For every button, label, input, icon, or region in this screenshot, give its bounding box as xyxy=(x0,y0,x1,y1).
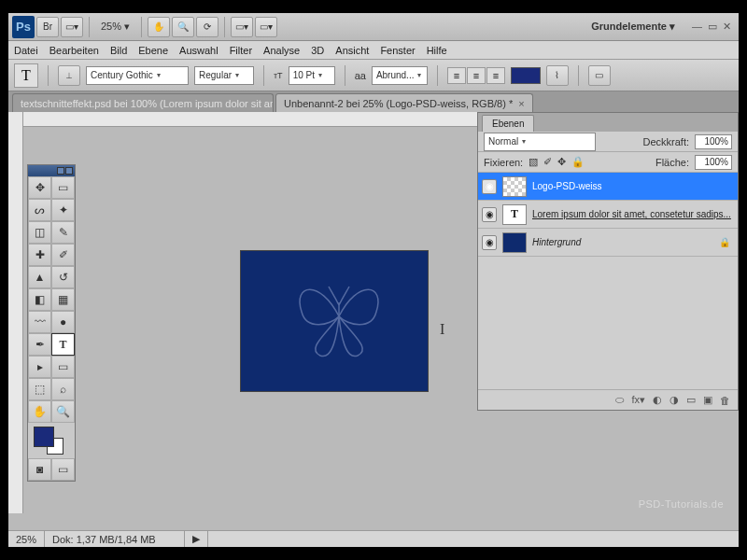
document-tab-inactive[interactable]: textschnitteffekt.psd bei 100% (Lorem ip… xyxy=(12,93,274,112)
new-layer-icon[interactable]: ▣ xyxy=(703,394,712,406)
scrollbar-horizontal[interactable] xyxy=(208,531,739,547)
menu-filter[interactable]: Filter xyxy=(230,45,252,56)
visibility-toggle[interactable]: ◉ xyxy=(482,235,497,250)
zoom-dropdown[interactable]: 25% ▾ xyxy=(95,21,135,33)
menu-edit[interactable]: Bearbeiten xyxy=(49,45,99,56)
zoom-tool[interactable]: 🔍 xyxy=(51,400,75,423)
document-tab-active[interactable]: Unbenannt-2 bei 25% (Logo-PSD-weiss, RGB… xyxy=(275,93,533,112)
pen-tool[interactable]: ✒ xyxy=(28,333,51,356)
align-left-button[interactable]: ≡ xyxy=(447,67,466,84)
screenmode-button[interactable]: ▭▾ xyxy=(255,17,277,37)
document-tab-label: Unbenannt-2 bei 25% (Logo-PSD-weiss, RGB… xyxy=(284,98,513,109)
screenmode-toggle[interactable]: ▭ xyxy=(51,458,75,481)
quick-select-tool[interactable]: ✦ xyxy=(51,199,75,221)
close-tab-icon[interactable]: × xyxy=(518,98,524,109)
layers-tab[interactable]: Ebenen xyxy=(482,115,534,132)
maximize-button[interactable]: ▭ xyxy=(708,21,717,33)
visibility-toggle[interactable]: ◉ xyxy=(482,207,497,222)
menu-3d[interactable]: 3D xyxy=(311,45,324,56)
menu-window[interactable]: Fenster xyxy=(380,45,415,56)
lock-label: Fixieren: xyxy=(484,157,523,168)
foreground-color[interactable] xyxy=(34,427,54,447)
color-swatches[interactable] xyxy=(28,423,75,458)
3d-tool[interactable]: ⬚ xyxy=(28,378,51,400)
group-icon[interactable]: ▭ xyxy=(686,394,696,406)
lock-pixels-icon[interactable]: ✐ xyxy=(543,156,552,168)
blur-tool[interactable]: 〰 xyxy=(28,311,51,333)
move-tool[interactable]: ✥ xyxy=(28,176,51,199)
menu-image[interactable]: Bild xyxy=(110,45,127,56)
warp-text-button[interactable]: ⌇ xyxy=(546,65,569,86)
hand-tool[interactable]: ✋ xyxy=(28,400,51,423)
brush-tool[interactable]: ✐ xyxy=(51,244,75,266)
fill-input[interactable]: 100% xyxy=(695,155,732,170)
menu-view[interactable]: Ansicht xyxy=(335,45,369,56)
status-zoom[interactable]: 25% xyxy=(8,531,45,547)
close-button[interactable]: ✕ xyxy=(723,21,731,33)
font-weight-dropdown[interactable]: Regular xyxy=(194,66,254,85)
lock-all-icon[interactable]: 🔒 xyxy=(571,156,585,168)
adjustment-layer-icon[interactable]: ◑ xyxy=(669,394,679,406)
text-orientation-button[interactable]: ⟂ xyxy=(58,65,80,86)
menu-help[interactable]: Hilfe xyxy=(427,45,447,56)
character-panel-button[interactable]: ▭ xyxy=(588,65,611,86)
menu-select[interactable]: Auswahl xyxy=(179,45,218,56)
status-doc-info[interactable]: Dok: 1,37 MB/1,84 MB xyxy=(45,531,185,547)
layer-row[interactable]: ◉ T Lorem ipsum dolor sit amet, consetet… xyxy=(478,201,738,229)
lock-transparency-icon[interactable]: ▧ xyxy=(529,156,538,168)
menu-file[interactable]: Datei xyxy=(14,45,38,56)
type-tool[interactable]: T xyxy=(51,333,75,356)
crop-tool[interactable]: ◫ xyxy=(28,221,51,244)
minimize-button[interactable]: — xyxy=(692,21,702,33)
align-center-button[interactable]: ≡ xyxy=(467,67,486,84)
layer-name[interactable]: Lorem ipsum dolor sit amet, consetetur s… xyxy=(532,209,734,219)
heal-tool[interactable]: ✚ xyxy=(28,244,51,266)
menu-analysis[interactable]: Analyse xyxy=(263,45,300,56)
align-right-button[interactable]: ≡ xyxy=(486,67,505,84)
font-family-dropdown[interactable]: Century Gothic xyxy=(86,66,189,85)
blend-mode-dropdown[interactable]: Normal xyxy=(484,133,596,151)
quickmask-button[interactable]: ◙ xyxy=(28,458,51,481)
rotate-view-button[interactable]: ⟳ xyxy=(196,17,218,37)
delete-layer-icon[interactable]: 🗑 xyxy=(720,395,730,406)
eyedropper-tool[interactable]: ✎ xyxy=(51,221,75,244)
opacity-label: Deckkraft: xyxy=(642,136,689,147)
gradient-tool[interactable]: ▦ xyxy=(51,288,75,311)
layer-row[interactable]: ◉ Logo-PSD-weiss xyxy=(478,173,738,201)
workspace-dropdown[interactable]: Grundelemente ▾ xyxy=(584,21,683,33)
lasso-tool[interactable]: ᔕ xyxy=(28,199,51,221)
layer-thumbnail[interactable] xyxy=(502,232,527,253)
link-layers-icon[interactable]: ⬭ xyxy=(615,394,624,406)
toolbox-header[interactable] xyxy=(28,165,75,176)
layer-mask-icon[interactable]: ◐ xyxy=(653,394,662,406)
canvas[interactable] xyxy=(240,250,429,392)
history-brush-tool[interactable]: ↺ xyxy=(51,266,75,288)
dodge-tool[interactable]: ● xyxy=(51,311,75,333)
hand-tool-button[interactable]: ✋ xyxy=(148,17,170,37)
3d-camera-tool[interactable]: ⌕ xyxy=(51,378,75,400)
layer-thumbnail[interactable] xyxy=(502,176,527,197)
eraser-tool[interactable]: ◧ xyxy=(28,288,51,311)
text-color-swatch[interactable] xyxy=(511,67,541,84)
lock-position-icon[interactable]: ✥ xyxy=(557,156,566,168)
tool-preset[interactable]: T xyxy=(14,63,38,88)
view-extras-button[interactable]: ▭▾ xyxy=(61,17,83,37)
layer-name[interactable]: Logo-PSD-weiss xyxy=(532,181,734,191)
shape-tool[interactable]: ▭ xyxy=(51,356,75,378)
layer-thumbnail[interactable]: T xyxy=(502,204,527,225)
layer-style-icon[interactable]: fx▾ xyxy=(631,394,645,406)
path-select-tool[interactable]: ▸ xyxy=(28,356,51,378)
visibility-toggle[interactable]: ◉ xyxy=(482,179,497,194)
font-size-dropdown[interactable]: 10 Pt xyxy=(289,66,335,85)
marquee-tool[interactable]: ▭ xyxy=(51,176,75,199)
layer-row[interactable]: ◉ Hintergrund 🔒 xyxy=(478,229,738,257)
bridge-button[interactable]: Br xyxy=(36,17,59,37)
arrange-button[interactable]: ▭▾ xyxy=(231,17,253,37)
stamp-tool[interactable]: ▲ xyxy=(28,266,51,288)
zoom-tool-button[interactable]: 🔍 xyxy=(172,17,194,37)
layer-name[interactable]: Hintergrund xyxy=(532,237,713,247)
opacity-input[interactable]: 100% xyxy=(695,134,732,149)
menu-layer[interactable]: Ebene xyxy=(138,45,168,56)
status-arrow[interactable]: ▶ xyxy=(185,531,208,547)
antialias-dropdown[interactable]: Abrund... xyxy=(372,66,428,85)
